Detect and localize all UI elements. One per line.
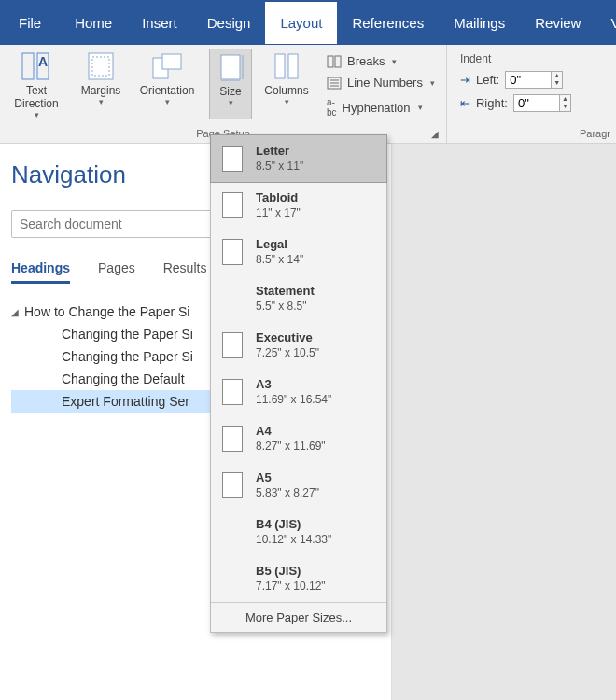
orientation-icon — [151, 50, 183, 82]
breaks-label: Breaks — [347, 54, 385, 68]
chevron-down-icon: ▾ — [418, 103, 423, 112]
margins-label: Margins — [81, 84, 121, 97]
page-icon — [222, 426, 243, 452]
svg-rect-0 — [22, 53, 34, 79]
indent-left-label: Left: — [476, 73, 499, 87]
tab-design[interactable]: Design — [192, 2, 266, 44]
indent-left-input[interactable] — [505, 71, 552, 89]
size-option-dim: 8.27" x 11.69" — [256, 439, 326, 455]
tab-file[interactable]: File — [0, 2, 60, 44]
text-direction-icon: A — [21, 50, 52, 82]
size-option[interactable]: B5 (JIS)7.17" x 10.12" — [211, 555, 386, 602]
tab-home[interactable]: Home — [60, 2, 127, 44]
size-option-name: A5 — [256, 469, 319, 485]
page-icon — [222, 146, 243, 172]
indent-heading: Indent — [460, 52, 603, 65]
chevron-down-icon: ▾ — [430, 78, 435, 88]
spin-down[interactable]: ▼ — [560, 103, 570, 110]
chevron-down-icon: ▾ — [285, 97, 289, 106]
chevron-down-icon: ▾ — [99, 97, 104, 106]
page-icon — [222, 192, 243, 218]
chevron-down-icon: ▾ — [229, 98, 233, 107]
line-numbers-icon — [327, 77, 342, 90]
size-option-dim: 11" x 17" — [256, 205, 301, 221]
line-numbers-label: Line Numbers — [347, 76, 423, 90]
columns-label: Columns — [264, 84, 308, 97]
size-option[interactable]: Executive7.25" x 10.5" — [211, 322, 386, 369]
tab-mailings[interactable]: Mailings — [439, 2, 520, 44]
tab-layout[interactable]: Layout — [265, 2, 337, 44]
size-option-dim: 11.69" x 16.54" — [256, 392, 331, 408]
size-option-name: B5 (JIS) — [256, 563, 326, 579]
size-option-dim: 8.5" x 14" — [256, 252, 303, 268]
tab-review[interactable]: Review — [520, 2, 595, 44]
svg-rect-10 — [275, 54, 285, 78]
size-option[interactable]: A48.27" x 11.69" — [211, 415, 386, 462]
page-icon — [222, 286, 243, 312]
indent-left-icon: ⇥ — [460, 73, 470, 87]
page-icon — [222, 472, 243, 498]
size-button[interactable]: Size ▾ — [209, 49, 252, 119]
tab-view[interactable]: View — [595, 2, 616, 44]
size-option-dim: 7.25" x 10.5" — [256, 345, 319, 361]
collapse-icon: ◢ — [11, 307, 19, 317]
nav-tab-headings[interactable]: Headings — [11, 260, 70, 284]
text-direction-button[interactable]: A Text Direction ▾ — [6, 49, 67, 119]
indent-right-input[interactable] — [513, 94, 560, 112]
spin-down[interactable]: ▼ — [552, 79, 562, 87]
tab-insert[interactable]: Insert — [127, 2, 192, 44]
ribbon: A Text Direction ▾ Margins ▾ Orientation… — [0, 45, 616, 144]
orientation-button[interactable]: Orientation ▾ — [134, 49, 200, 119]
size-dropdown: Letter8.5" x 11"Tabloid11" x 17"Legal8.5… — [210, 134, 387, 633]
tree-root-label: How to Change the Paper Si — [24, 304, 189, 319]
margins-icon — [85, 50, 117, 82]
hyphenation-label: Hyphenation — [343, 101, 411, 115]
size-option-name: Executive — [256, 329, 319, 345]
tab-references[interactable]: References — [337, 2, 439, 44]
size-option-name: A4 — [256, 423, 326, 439]
group-label-paragraph: Paragr — [453, 128, 610, 141]
spin-up[interactable]: ▲ — [552, 72, 562, 79]
size-option[interactable]: Statement5.5" x 8.5" — [211, 275, 386, 322]
size-option-name: Statement — [256, 283, 315, 299]
dialog-launcher-page-setup[interactable]: ◢ — [431, 129, 439, 139]
size-option-dim: 5.83" x 8.27" — [256, 485, 319, 501]
page-icon — [222, 379, 243, 405]
text-direction-label: Text Direction — [6, 84, 67, 110]
svg-rect-12 — [328, 56, 333, 67]
line-numbers-button[interactable]: Line Numbers ▾ — [321, 74, 441, 91]
columns-icon — [271, 50, 302, 82]
page-icon — [222, 566, 243, 592]
indent-right-icon: ⇤ — [460, 96, 470, 110]
size-option[interactable]: Tabloid11" x 17" — [211, 182, 386, 229]
nav-tab-pages[interactable]: Pages — [98, 260, 135, 284]
indent-right-label: Right: — [476, 96, 508, 110]
size-option-dim: 7.17" x 10.12" — [256, 579, 326, 595]
size-option[interactable]: A311.69" x 16.54" — [211, 369, 386, 415]
menubar: File Home Insert Design Layout Reference… — [0, 0, 616, 45]
breaks-button[interactable]: Breaks ▾ — [321, 52, 441, 70]
svg-rect-7 — [221, 55, 240, 79]
svg-rect-13 — [335, 56, 341, 67]
more-paper-sizes[interactable]: More Paper Sizes... — [211, 602, 386, 632]
page-icon — [222, 519, 243, 545]
hyphenation-icon: a-bc — [327, 97, 337, 118]
page-icon — [222, 332, 243, 358]
size-option-name: B4 (JIS) — [256, 516, 331, 532]
size-option[interactable]: Letter8.5" x 11" — [210, 134, 387, 183]
spin-up[interactable]: ▲ — [560, 95, 570, 103]
svg-rect-11 — [288, 54, 298, 78]
nav-tab-results[interactable]: Results — [163, 260, 207, 284]
page-icon — [222, 239, 243, 265]
size-icon — [215, 51, 246, 83]
hyphenation-button[interactable]: a-bc Hyphenation ▾ — [321, 95, 441, 119]
size-option[interactable]: Legal8.5" x 14" — [211, 229, 386, 275]
margins-button[interactable]: Margins ▾ — [77, 49, 125, 119]
chevron-down-icon: ▾ — [392, 57, 397, 66]
size-option-dim: 5.5" x 8.5" — [256, 299, 315, 315]
document-area[interactable] — [392, 144, 616, 700]
columns-button[interactable]: Columns ▾ — [261, 49, 312, 119]
size-option[interactable]: A55.83" x 8.27" — [211, 462, 386, 509]
size-option[interactable]: B4 (JIS)10.12" x 14.33" — [211, 509, 386, 555]
size-label: Size — [219, 85, 241, 98]
